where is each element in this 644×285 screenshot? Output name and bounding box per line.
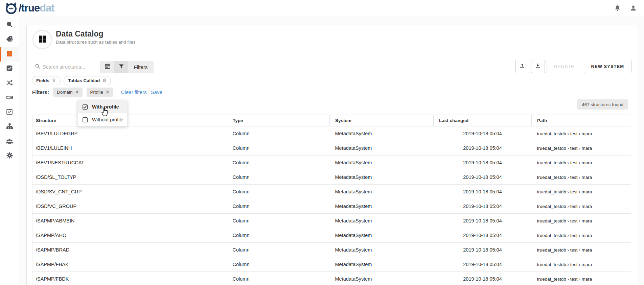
filter-funnel-button[interactable] — [114, 61, 128, 73]
dropdown-option[interactable]: Without profile — [78, 113, 127, 126]
trash-icon[interactable] — [52, 78, 56, 84]
cell-structure[interactable]: /DSD/SV_CNT_GRP — [32, 185, 227, 199]
clear-filters-link[interactable]: Clear filters — [121, 89, 147, 95]
table-row[interactable]: /SAPMP/BRAD Column MetadataSystem 2019-1… — [32, 243, 631, 257]
cell-type: Column — [227, 170, 330, 185]
new-system-button[interactable]: NEW SYSTEM — [584, 60, 631, 73]
col-header-last-changed[interactable]: Last changed — [434, 115, 532, 126]
trash-icon[interactable] — [102, 78, 107, 84]
cell-structure[interactable]: /SAPMP/BRAD — [32, 243, 227, 257]
col-header-structure[interactable]: Structure — [32, 115, 227, 126]
date-filter-button[interactable] — [101, 61, 114, 73]
upload-button[interactable] — [515, 60, 529, 73]
table-row[interactable]: /SAPMP/ABMEIN Column MetadataSystem 2019… — [32, 214, 631, 228]
table-row[interactable]: /SAPMP/AHO Column MetadataSystem 2019-10… — [32, 228, 631, 243]
filters-button[interactable]: Filters — [128, 61, 154, 73]
cell-path: truedat_testdb › test › mara — [532, 272, 631, 285]
cell-structure[interactable]: /SAPMP/ABMEIN — [32, 214, 227, 228]
table-row[interactable]: /BEV1/LULDEGRP Column MetadataSystem 201… — [32, 126, 631, 141]
col-header-type[interactable]: Type — [227, 115, 330, 126]
table-row[interactable]: /BEV1/NESTRUCCAT Column MetadataSystem 2… — [32, 156, 631, 170]
table-row[interactable]: /DSD/SV_CNT_GRP Column MetadataSystem 20… — [32, 185, 631, 199]
cell-last-changed: 2019-10-18 05:04 — [434, 257, 532, 272]
table-row[interactable]: /BEV1/LULEINH Column MetadataSystem 2019… — [32, 141, 631, 156]
cell-structure[interactable]: /BEV1/NESTRUCCAT — [32, 156, 227, 170]
shuffle-icon — [6, 79, 13, 88]
cell-structure[interactable]: /DSD/SL_TOLTYP — [32, 170, 227, 185]
cell-structure[interactable]: /SAPMP/FBDK — [32, 272, 227, 285]
table-row[interactable]: /DSD/VC_GROUP Column MetadataSystem 2019… — [32, 199, 631, 214]
cell-path: truedat_testdb › test › mara — [532, 141, 631, 156]
checkbox[interactable] — [83, 117, 88, 122]
sidebar-item-taxonomy[interactable] — [0, 120, 19, 134]
active-filter-chip[interactable]: Profile — [87, 88, 113, 97]
brand-logo[interactable]: /truedat — [0, 1, 54, 15]
cell-type: Column — [227, 272, 330, 285]
user-menu-icon[interactable] — [630, 5, 637, 11]
page-subtitle: Data structures such as tables and files — [56, 40, 136, 45]
cell-system: MetadataSystem — [330, 243, 434, 257]
col-header-system[interactable]: System — [330, 115, 434, 126]
table-row[interactable]: /DSD/SL_TOLTYP Column MetadataSystem 201… — [32, 170, 631, 185]
col-header-path[interactable]: Path — [532, 115, 631, 126]
cell-type: Column — [227, 156, 330, 170]
sidebar-item-tags[interactable] — [0, 32, 19, 47]
cell-structure[interactable]: /SAPMP/FBAK — [32, 257, 227, 272]
upload-icon — [519, 63, 525, 70]
cell-path: truedat_testdb › test › mara — [532, 170, 631, 185]
saved-filter-chip[interactable]: Fields — [32, 76, 61, 85]
app-root: /truedat — [0, 0, 644, 285]
cell-type: Column — [227, 185, 330, 199]
sidebar-item-dashboards[interactable] — [0, 105, 19, 120]
cell-path: truedat_testdb › test › mara — [532, 199, 631, 214]
cell-type: Column — [227, 141, 330, 156]
notifications-bell-icon[interactable] — [614, 5, 621, 11]
checkbox[interactable] — [83, 104, 88, 110]
cell-last-changed: 2019-10-18 05:04 — [434, 141, 532, 156]
sidebar-item-quality[interactable] — [0, 62, 19, 76]
save-filters-link[interactable]: Save — [151, 89, 162, 95]
cell-last-changed: 2019-10-18 05:04 — [434, 199, 532, 214]
active-filters-row: Filters: Domain Profile — [32, 88, 162, 97]
cell-structure[interactable]: /BEV1/LULDEGRP — [32, 126, 227, 141]
cell-last-changed: 2019-10-18 05:04 — [434, 243, 532, 257]
sidebar-item-settings[interactable] — [0, 149, 19, 163]
calendar-icon — [105, 63, 111, 71]
cell-path: truedat_testdb › test › mara — [532, 243, 631, 257]
cell-last-changed: 2019-10-18 05:04 — [434, 156, 532, 170]
sidebar-item-systems[interactable] — [0, 91, 19, 105]
cell-structure[interactable]: /BEV1/LULEINH — [32, 141, 227, 156]
sidebar-item-lineage[interactable] — [0, 76, 19, 91]
search-box — [32, 61, 101, 73]
remove-filter-icon[interactable] — [75, 90, 79, 95]
owl-logo-icon — [4, 1, 18, 15]
users-icon — [6, 138, 13, 146]
dropdown-option[interactable]: With profile — [78, 100, 127, 113]
page-icon-circle — [32, 30, 52, 49]
results-count-badge: 467 structures found — [577, 99, 628, 110]
download-button[interactable] — [531, 60, 545, 73]
cell-type: Column — [227, 257, 330, 272]
table-row[interactable]: /SAPMP/FBAK Column MetadataSystem 2019-1… — [32, 257, 631, 272]
cell-last-changed: 2019-10-18 05:04 — [434, 214, 532, 228]
cell-last-changed: 2019-10-18 05:04 — [434, 272, 532, 285]
cell-structure[interactable]: /SAPMP/AHO — [32, 228, 227, 243]
sidebar-item-search[interactable] — [0, 18, 19, 32]
remove-filter-icon[interactable] — [106, 90, 109, 95]
profile-filter-dropdown: With profile Without profile — [77, 100, 128, 126]
cell-system: MetadataSystem — [330, 214, 434, 228]
server-icon — [6, 94, 13, 102]
saved-filter-chip[interactable]: Tablas Calidad — [64, 76, 111, 85]
cell-last-changed: 2019-10-18 05:04 — [434, 185, 532, 199]
search-toolbar: Filters — [32, 60, 154, 73]
active-filter-chip[interactable]: Domain — [53, 88, 83, 97]
download-icon — [535, 63, 541, 70]
search-input[interactable] — [43, 64, 97, 70]
cell-structure[interactable]: /DSD/VC_GROUP — [32, 199, 227, 214]
search-icon — [35, 64, 40, 70]
sidebar-item-users[interactable] — [0, 134, 19, 149]
sidebar-item-data-catalog[interactable] — [0, 47, 19, 62]
update-button[interactable]: UPDATE — [547, 60, 582, 73]
table-row[interactable]: /SAPMP/FBDK Column MetadataSystem 2019-1… — [32, 272, 631, 285]
cell-type: Column — [227, 243, 330, 257]
